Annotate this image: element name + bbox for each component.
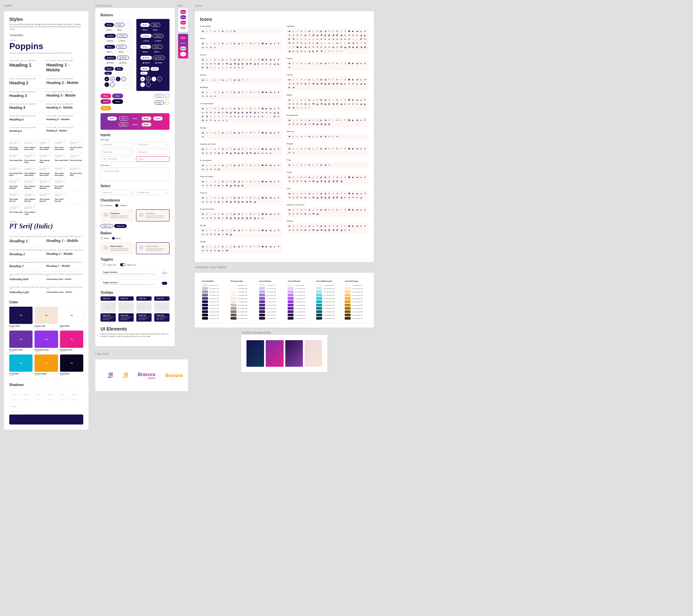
icon: ◇ xyxy=(292,62,295,65)
icon: ▼ xyxy=(277,180,280,183)
icon: ★ xyxy=(336,30,338,33)
icon: ◧ xyxy=(328,34,331,37)
icon: ⬂ xyxy=(332,50,334,53)
icon: ▽ xyxy=(316,30,318,33)
logo-wordmark-alt: Bravura xyxy=(165,373,183,378)
select-dropdown-icon[interactable]: ● Select one...▾ xyxy=(136,190,170,195)
icon: ⬓ xyxy=(230,63,232,65)
icon: ⊖ xyxy=(206,168,208,171)
icon: △ xyxy=(312,164,315,166)
icon: ○ xyxy=(210,213,212,215)
icon: ⬁ xyxy=(300,107,302,109)
icon: ★ xyxy=(336,225,338,227)
button-outline-icon[interactable]: ● Button xyxy=(117,34,128,38)
radio-checked[interactable]: Radio xyxy=(112,237,120,239)
icon: ⬢ xyxy=(348,209,350,211)
checkbox-checked[interactable]: Checkbox xyxy=(116,204,127,207)
text-input-trailing[interactable]: Placeholder✕ xyxy=(100,149,134,155)
icon: ◥ xyxy=(292,86,295,89)
icon: ⬘ xyxy=(265,152,268,154)
palette-shade: accentorange 700 xyxy=(345,307,367,310)
icon: △ xyxy=(312,225,315,227)
icon: ● xyxy=(214,148,216,150)
icon: ⊗ xyxy=(296,123,299,126)
toggle-row-off[interactable]: Toggle checkboxLorem ipsum dolor sit ame… xyxy=(100,269,170,277)
text-input-with-icon[interactable]: Placeholder ⓘ xyxy=(136,142,170,148)
icon: △ xyxy=(225,42,228,45)
icon: ↔ xyxy=(270,115,272,118)
checkbox-card[interactable]: CheckboxLorem ipsum dolor sit amet, cons… xyxy=(100,209,134,222)
icon: ⊗ xyxy=(296,229,299,231)
icon: ⇆ xyxy=(288,42,291,44)
button-ghost[interactable]: Button xyxy=(104,28,114,32)
select-dropdown[interactable]: Select one...▾ xyxy=(100,190,134,195)
icon: ◀ xyxy=(356,99,358,101)
icon: ◤ xyxy=(202,67,204,69)
icon: ⊗ xyxy=(324,46,326,49)
icon: ⬄ xyxy=(340,50,342,53)
icon: ⊘ xyxy=(214,217,216,219)
palette-shade: accentbluelight 300 xyxy=(316,294,338,296)
icon: ✓ xyxy=(245,42,248,45)
icon: ■ xyxy=(222,229,224,232)
button-primary[interactable]: Button xyxy=(104,23,114,27)
icon: ○ xyxy=(210,180,212,183)
icon: ◑ xyxy=(238,132,240,134)
checkbox-unchecked[interactable]: Checkbox xyxy=(100,204,112,207)
icon: ☆ xyxy=(340,209,342,211)
icon: ⬖ xyxy=(344,34,346,37)
palette-shade: accentviolet 200 xyxy=(259,290,281,293)
palette-shade: accentbluelight 100 xyxy=(316,287,338,290)
palette-shade: accentorange 200 xyxy=(345,290,367,293)
ui-card: Buttons ButtonButtonButtonButton ● Butto… xyxy=(95,8,175,346)
icon: ◇ xyxy=(292,79,295,81)
text-input-error[interactable]: https:// xyxy=(136,156,170,162)
icon: ◣ xyxy=(364,103,366,105)
textarea[interactable]: Type your message... xyxy=(100,168,170,181)
icon: ◆ xyxy=(288,99,291,101)
palette-shade: accentpurple 500 xyxy=(288,300,310,303)
icon: ✕ xyxy=(328,99,331,101)
icon: ◇ xyxy=(206,180,208,183)
search-input[interactable]: 🔍 Search xyxy=(136,149,170,155)
icon: ◉ xyxy=(304,103,306,105)
button-outline[interactable]: Button xyxy=(115,23,124,27)
radio-card[interactable]: Radio ButtonLorem ipsum dolor sit amet, … xyxy=(100,242,134,254)
toggle-row-on[interactable]: Toggle checkboxLorem ipsum dolor sit ame… xyxy=(100,279,170,287)
icon: ■ xyxy=(308,62,311,65)
icon: ◤ xyxy=(316,50,318,53)
text-input[interactable]: Placeholder xyxy=(100,142,134,148)
option-pill[interactable]: Option one xyxy=(100,224,113,228)
styles-desc: Once you edit these styles the changes w… xyxy=(9,23,83,30)
icon: ◐ xyxy=(234,246,236,248)
radio-card-selected[interactable]: Radio ButtonLorem ipsum dolor sit amet, … xyxy=(136,242,170,254)
icon: ★ xyxy=(250,108,252,110)
icon: ▼ xyxy=(364,30,366,33)
icon: ✕ xyxy=(241,229,244,232)
icon: ◑ xyxy=(324,119,326,121)
button-primary-icon[interactable]: ● Button xyxy=(104,34,116,38)
icon: ◆ xyxy=(316,42,318,44)
icon: ◀ xyxy=(356,225,358,227)
checkbox-card-selected[interactable]: CheckboxLorem ipsum dolor sit amet, cons… xyxy=(136,209,170,222)
radio-unchecked[interactable]: Radio xyxy=(100,237,109,239)
icon: ◧ xyxy=(328,180,331,182)
icon-button-play[interactable]: ▶ xyxy=(104,77,109,81)
toggle-off[interactable]: Option one xyxy=(100,263,116,266)
icon: ↔ xyxy=(356,38,358,40)
icon: ◇ xyxy=(206,229,208,232)
button-link[interactable]: Button xyxy=(115,28,124,32)
icon: ● xyxy=(214,197,216,199)
url-input[interactable]: URLPlaceholder xyxy=(100,156,134,162)
icon: ■ xyxy=(308,119,311,121)
toggle-on[interactable]: Option one xyxy=(120,263,136,266)
icon: ▶ xyxy=(265,180,268,183)
icon: ⊕ xyxy=(202,201,204,203)
palette-shade: accentpurple 300 xyxy=(288,294,310,296)
icon: ○ xyxy=(296,79,299,81)
icon: ▽ xyxy=(230,132,232,134)
icon: □ xyxy=(332,42,334,44)
option-pill-active[interactable]: Option two xyxy=(114,224,127,228)
icon: ⬡ xyxy=(257,42,260,45)
icon: ◑ xyxy=(324,99,326,101)
